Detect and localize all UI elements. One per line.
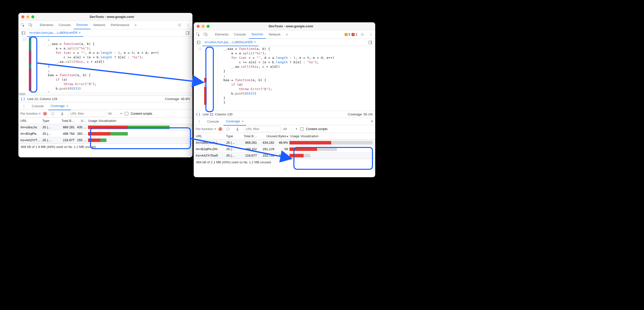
device-toggle-icon[interactable] — [202, 31, 209, 38]
settings-icon[interactable] — [176, 22, 183, 28]
line-number: 22 — [198, 47, 202, 51]
export-icon[interactable] — [59, 110, 66, 117]
file-tabs: m=cdos,hsm,jsa,…c,dtl0hd,eHDfl × — [18, 29, 192, 37]
svg-rect-12 — [206, 34, 207, 36]
tab-elements[interactable]: Elements — [212, 30, 231, 39]
tab-console[interactable]: Console — [232, 30, 248, 39]
close-icon[interactable] — [197, 25, 200, 28]
tab-network[interactable]: Network — [266, 30, 283, 39]
type-filter-select[interactable]: All▼ — [108, 112, 122, 115]
clear-icon[interactable] — [224, 126, 232, 133]
navigator-toggle-icon[interactable] — [195, 39, 202, 46]
drawer-tab-console[interactable]: Console — [29, 102, 46, 110]
col-type[interactable]: Type — [226, 134, 241, 138]
export-icon[interactable] — [234, 126, 241, 133]
code-content: ; _.aaa = function(a, b) { a = a.split("… — [32, 37, 192, 92]
close-icon[interactable]: × — [242, 119, 244, 123]
titlebar: DevTools - www.google.com/ — [18, 13, 192, 21]
kebab-menu-icon[interactable]: ⋮ — [367, 31, 374, 38]
table-row[interactable]: /rs=AA2YrT…JS (…216 877155 … — [18, 137, 192, 144]
more-tabs-icon[interactable]: » — [284, 30, 290, 39]
table-row[interactable]: /m=B2qlPe,DhlJS (…499,102291,12958 — [194, 146, 375, 153]
svg-rect-7 — [188, 31, 189, 34]
col-unused[interactable]: U… — [76, 119, 88, 123]
col-viz[interactable]: Usage Visualization — [290, 134, 375, 138]
col-viz[interactable]: Usage Visualization — [88, 119, 192, 123]
table-row[interactable]: /m=cdos,hsJS (…869 281435 … — [18, 124, 192, 131]
clear-icon[interactable] — [49, 110, 56, 117]
coverage-table: URL Type Total B… U… Usage Visualization… — [18, 118, 192, 144]
close-file-icon[interactable]: × — [79, 31, 81, 34]
record-button[interactable] — [43, 112, 47, 115]
col-url[interactable]: URL — [194, 134, 226, 138]
file-tab[interactable]: m=cdos,hsm,jsa,…c,dtl0hd,eHDfl × — [27, 29, 83, 37]
code-editor[interactable]: 22 _.aaa = function(a, b) { a = a.split(… — [194, 46, 375, 111]
col-total[interactable]: Total B… — [57, 119, 76, 123]
col-total[interactable]: Total B… — [241, 134, 258, 138]
line-number: 22 — [22, 37, 26, 41]
granularity-select[interactable]: Per function▼ — [20, 112, 41, 115]
inspect-element-icon[interactable] — [195, 31, 202, 38]
inspect-element-icon[interactable] — [20, 22, 26, 28]
url-filter-input[interactable] — [68, 111, 106, 117]
table-row[interactable]: /m=cdos,hsm,jJS (…869,281434,19249.9% — [194, 140, 375, 146]
drawer-tab-coverage[interactable]: Coverage × — [224, 117, 246, 126]
close-file-icon[interactable]: × — [254, 40, 256, 44]
errors-badge[interactable]: ×2 — [352, 33, 357, 36]
col-unused[interactable]: Unused Bytes▼ — [258, 134, 290, 138]
pretty-print-icon[interactable] — [196, 112, 200, 116]
warnings-badge[interactable]: !5 — [345, 33, 350, 36]
col-type[interactable]: Type — [42, 119, 57, 123]
minimize-icon[interactable] — [26, 15, 29, 18]
content-scripts-checkbox[interactable] — [300, 127, 304, 131]
cursor-position: Line 22, Column 129 — [27, 97, 57, 101]
file-tab[interactable]: m=cdos,hsm,jsa,…c,dtl0hd,eHDfl × — [202, 39, 258, 46]
minimize-icon[interactable] — [202, 25, 205, 28]
granularity-select[interactable]: Per function▼ — [196, 127, 216, 131]
coverage-toolbar: Per function▼ All▼ Content scripts — [18, 110, 192, 118]
table-row[interactable]: /m=B2qlPe,JS (…498 764293 … — [18, 131, 192, 137]
maximize-icon[interactable] — [31, 15, 34, 18]
navigator-toggle-icon[interactable] — [20, 29, 27, 36]
tab-performance[interactable]: Performance — [108, 21, 132, 29]
svg-rect-10 — [196, 33, 198, 35]
file-tab-label: m=cdos,hsm,jsa,…c,dtl0hd,eHDfl — [29, 31, 77, 34]
drawer-tab-console[interactable]: Console — [205, 117, 222, 126]
tab-sources[interactable]: Sources — [249, 30, 266, 39]
url-filter-input[interactable] — [244, 126, 281, 132]
debugger-toggle-icon[interactable] — [367, 39, 374, 46]
kebab-menu-icon[interactable]: ⋮ — [196, 118, 203, 125]
coverage-summary: 846 kB of 1.9 MB (44%) used so far, 1.1 … — [18, 144, 192, 150]
table-row[interactable]: /rs=AA2YrTsw5JS (…216,877152,73970.4% — [194, 153, 375, 159]
code-editor[interactable]: 22 ; _.aaa = function(a, b) { a = a.spli… — [18, 37, 192, 92]
tab-network[interactable]: Network — [91, 21, 108, 29]
device-toggle-icon[interactable] — [27, 22, 34, 28]
kebab-menu-icon[interactable]: ⋮ — [184, 22, 192, 28]
drawer-tabs: ⋮ Console Coverage × × — [194, 118, 375, 125]
settings-icon[interactable] — [359, 31, 366, 38]
svg-line-19 — [227, 128, 229, 130]
tab-elements[interactable]: Elements — [37, 21, 56, 29]
kebab-menu-icon[interactable]: ⋮ — [20, 103, 27, 110]
editor-scrollbar[interactable] — [18, 92, 192, 95]
drawer-tab-coverage[interactable]: Coverage × — [48, 102, 71, 110]
tab-console[interactable]: Console — [56, 21, 73, 29]
close-icon[interactable] — [22, 15, 24, 18]
type-filter-select[interactable]: All▼ — [283, 127, 298, 131]
close-drawer-icon[interactable]: × — [371, 119, 373, 124]
svg-rect-15 — [197, 41, 198, 44]
close-icon[interactable]: × — [66, 104, 68, 108]
line-gutter: 22 — [194, 46, 204, 111]
debugger-toggle-icon[interactable] — [184, 29, 191, 36]
content-scripts-label: Content scripts — [131, 112, 152, 115]
col-url[interactable]: URL — [18, 119, 42, 123]
content-scripts-checkbox[interactable] — [125, 112, 128, 115]
coverage-strip — [28, 37, 32, 92]
record-button[interactable] — [218, 127, 222, 131]
maximize-icon[interactable] — [207, 25, 210, 28]
main-tabbar: Elements Console Sources Network Perform… — [18, 21, 192, 29]
indent-guide — [208, 46, 218, 111]
tab-sources[interactable]: Sources — [74, 21, 90, 29]
more-tabs-icon[interactable]: » — [132, 21, 139, 29]
pretty-print-icon[interactable] — [21, 97, 25, 101]
